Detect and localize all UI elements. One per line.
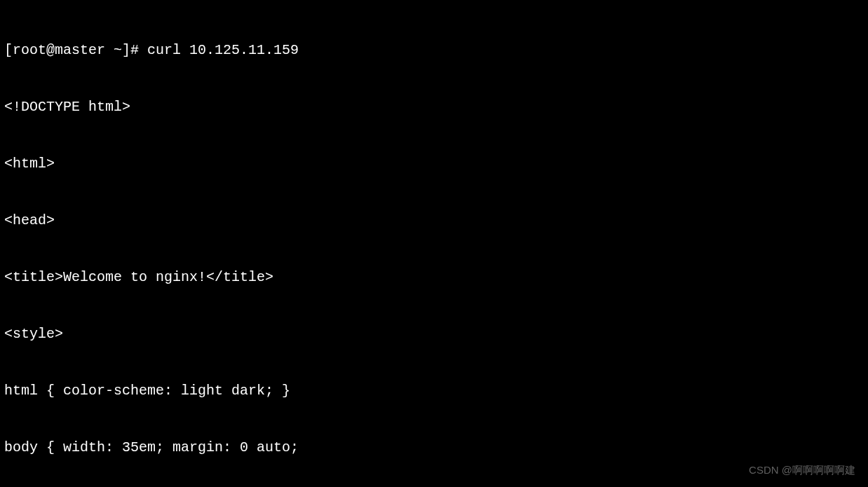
output-line: <!DOCTYPE html> [4,97,864,116]
output-line: <style> [4,324,864,343]
output-line: <title>Welcome to nginx!</title> [4,268,864,287]
output-line: <html> [4,154,864,173]
watermark-text: CSDN @啊啊啊啊啊建 [749,463,855,477]
terminal-window[interactable]: [root@master ~]# curl 10.125.11.159 <!DO… [4,3,864,487]
output-line: body { width: 35em; margin: 0 auto; [4,438,864,457]
command-text: curl 10.125.11.159 [147,42,299,58]
command-line-1: [root@master ~]# curl 10.125.11.159 [4,41,864,60]
shell-prompt: [root@master ~]# [4,42,147,58]
output-line: <head> [4,211,864,230]
output-line: html { color-scheme: light dark; } [4,381,864,400]
